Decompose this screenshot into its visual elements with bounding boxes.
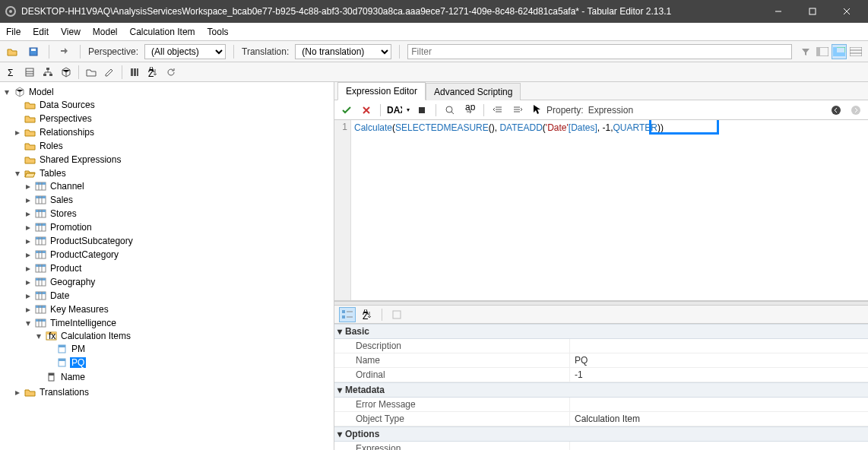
expand-icon[interactable]: ▸ [23,304,33,315]
list-icon[interactable] [21,64,38,81]
tree-item[interactable]: ▸Key Measures [2,303,332,315]
tree-item[interactable]: ▸Relationships [2,126,332,138]
expand-icon[interactable]: ▸ [23,277,33,287]
refresh-icon[interactable] [163,64,179,81]
dax-format-icon[interactable]: DAX [387,103,402,118]
layout2-icon[interactable] [832,44,847,59]
tree-item[interactable]: Perspectives [2,112,332,125]
stop-icon[interactable] [414,103,429,118]
menu-calculation-item[interactable]: Calculation Item [130,27,195,37]
property-grid[interactable]: ▾BasicDescriptionNamePQOrdinal-1▾Metadat… [334,324,868,450]
prop-value[interactable] [570,442,868,450]
indent-icon[interactable] [510,103,525,118]
maximize-button[interactable] [795,0,829,23]
tree-item[interactable]: ▸Sales [2,194,332,206]
filter-icon[interactable] [798,44,813,59]
tree-item[interactable]: ▾Tables [2,167,332,179]
tree-item[interactable]: Roles [2,140,332,152]
propgrid-row[interactable]: NamePQ [334,353,868,368]
hierarchy-icon[interactable] [40,64,56,81]
expand-icon[interactable]: ▸ [23,208,33,219]
tree-item[interactable]: Shared Expressions [2,154,332,166]
expand-icon[interactable]: ▸ [23,263,33,274]
tree-item[interactable]: PM [2,343,332,355]
propgrid-row[interactable]: Ordinal-1 [334,368,868,382]
perspective-select[interactable]: (All objects) [144,44,226,59]
close-button[interactable] [829,0,863,23]
deploy-icon[interactable] [57,44,72,59]
propgrid-category[interactable]: ▾Metadata [334,382,868,398]
accept-icon[interactable] [339,103,354,118]
propgrid-row[interactable]: Expression [334,442,868,450]
prop-value[interactable]: PQ [570,353,868,367]
prop-value[interactable]: -1 [570,368,868,382]
expand-icon[interactable]: ▸ [23,290,33,301]
cube-icon[interactable] [58,64,74,81]
expand-icon[interactable]: ▸ [12,387,23,398]
cancel-icon[interactable] [359,103,374,118]
propgrid-row[interactable]: Description [334,339,868,353]
collapse-icon[interactable]: ▾ [23,318,33,328]
expand-icon[interactable]: ▸ [23,222,33,233]
tree-item[interactable]: ▸Translations [2,386,332,398]
edit-icon[interactable] [101,64,118,81]
minimize-button[interactable] [761,0,795,23]
tree-item[interactable]: ▸Geography [2,276,332,288]
columns-icon[interactable] [126,64,143,81]
tree-item[interactable]: PQ [2,357,332,369]
search-icon[interactable] [442,103,458,118]
collapse-icon[interactable]: ▾ [2,87,12,97]
tab-expression-editor[interactable]: Expression Editor [337,82,426,100]
expand-icon[interactable]: ▸ [23,195,33,205]
tree-item[interactable]: ▾TimeIntelligence [2,317,332,329]
prop-value[interactable]: Calculation Item [570,412,868,426]
open-icon[interactable] [5,44,20,59]
prop-value[interactable] [570,398,868,411]
translation-select[interactable]: (No translation) [295,44,391,59]
categorized-icon[interactable] [339,307,356,322]
sigma-icon[interactable]: Σ [3,64,20,81]
model-tree[interactable]: ▾ModelData SourcesPerspectives▸Relations… [0,82,334,450]
propertypages-icon[interactable] [388,307,405,322]
expand-icon[interactable]: ▸ [23,249,33,260]
alphabetical-icon[interactable]: AZ [359,307,375,322]
save-icon[interactable] [26,44,41,59]
tree-item[interactable]: ▸Date [2,290,332,302]
tree-item[interactable]: ▸Stores [2,208,332,220]
nav-forward-icon[interactable] [848,103,863,118]
tree-item[interactable]: ▸ProductCategory [2,249,332,261]
tree-item[interactable]: Data Sources [2,99,332,111]
layout1-icon[interactable] [815,44,830,59]
tree-item[interactable]: ▸Product [2,262,332,274]
collapse-icon[interactable]: ▾ [337,385,342,395]
menu-file[interactable]: File [6,27,21,37]
propgrid-category[interactable]: ▾Basic [334,324,868,339]
menu-model[interactable]: Model [93,27,118,37]
menu-tools[interactable]: Tools [207,27,229,37]
tree-item[interactable]: ▸Promotion [2,221,332,233]
propgrid-row[interactable]: Error Message [334,398,868,412]
code-area[interactable]: Calculate(SELECTEDMEASURE(), DATEADD('Da… [351,120,868,300]
outdent-icon[interactable] [490,103,505,118]
layout3-icon[interactable] [848,44,863,59]
folder-icon[interactable] [83,64,100,81]
propgrid-row[interactable]: Object TypeCalculation Item [334,412,868,426]
nav-back-icon[interactable] [828,103,844,118]
collapse-icon[interactable]: ▾ [33,331,44,341]
expression-editor[interactable]: 1 Calculate(SELECTEDMEASURE(), DATEADD('… [334,120,868,301]
propgrid-category[interactable]: ▾Options [334,426,868,442]
expand-icon[interactable]: ▸ [12,127,23,138]
tree-item[interactable]: ▾fxCalculation Items [2,330,332,342]
menu-edit[interactable]: Edit [33,27,49,37]
expand-icon[interactable]: ▸ [23,181,33,192]
expand-icon[interactable]: ▸ [23,236,33,246]
tab-advanced-scripting[interactable]: Advanced Scripting [426,83,521,100]
tree-item[interactable]: Name [2,371,332,383]
prop-value[interactable] [570,339,868,353]
tree-item[interactable]: ▸Channel [2,180,332,192]
tree-item[interactable]: ▾Model [2,86,332,98]
collapse-icon[interactable]: ▾ [12,168,23,179]
collapse-icon[interactable]: ▾ [337,429,342,439]
filter-input[interactable] [407,44,792,59]
collapse-icon[interactable]: ▾ [337,326,342,337]
